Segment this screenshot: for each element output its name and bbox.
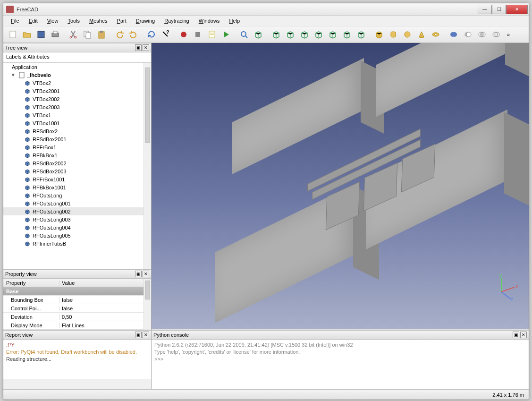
- axes-gizmo[interactable]: y x z: [492, 273, 520, 301]
- iso2-button[interactable]: [284, 28, 297, 41]
- record-button[interactable]: [177, 28, 190, 41]
- tree-item-RFBkBox1001[interactable]: RFBkBox1001: [3, 183, 151, 191]
- tree-item-RFSdBox2002[interactable]: RFSdBox2002: [3, 159, 151, 167]
- report-float-button[interactable]: ▣: [135, 332, 142, 338]
- tree-item-VTBox2003[interactable]: VTBox2003: [3, 103, 151, 111]
- more-button[interactable]: »: [504, 28, 517, 41]
- tree-item-RFSdBox2001[interactable]: RFSdBox2001: [3, 135, 151, 143]
- tree-item-RFOutsLong003[interactable]: RFOutsLong003: [3, 215, 151, 223]
- iso5-button[interactable]: [326, 28, 339, 41]
- tree-view-header[interactable]: Tree view ▣ ✕: [3, 43, 151, 52]
- cone-button[interactable]: [415, 28, 428, 41]
- print-button[interactable]: [49, 28, 62, 41]
- tree-item-RFBkBox1[interactable]: RFBkBox1: [3, 151, 151, 159]
- save-button[interactable]: [34, 28, 48, 41]
- tree-filter[interactable]: Labels & Attributes: [3, 52, 151, 63]
- iso3-button[interactable]: [298, 28, 311, 41]
- new-file-button[interactable]: [6, 28, 19, 41]
- tree-item-VTBox1001[interactable]: VTBox1001: [3, 119, 151, 127]
- tree-float-button[interactable]: ▣: [135, 44, 142, 51]
- property-row[interactable]: Control Poi...false: [3, 304, 151, 313]
- sphere-button[interactable]: [401, 28, 414, 41]
- play-button[interactable]: [220, 28, 233, 41]
- tree-view[interactable]: Application▾_lhcbveloVTBox2VTBox2001VTBo…: [3, 63, 151, 269]
- torus-button[interactable]: [429, 28, 442, 41]
- box-button[interactable]: [252, 28, 265, 41]
- menu-drawing[interactable]: Drawing: [132, 17, 159, 25]
- tree-root[interactable]: Application: [3, 63, 151, 71]
- prop-close-button[interactable]: ✕: [143, 271, 149, 277]
- report-view-header[interactable]: Report view ▣ ✕: [3, 330, 151, 340]
- python-console[interactable]: Python 2.6.2 (r262:71600, Jun 22 2009, 2…: [152, 340, 529, 379]
- csg-section-button[interactable]: [490, 28, 503, 41]
- iso1-button[interactable]: [270, 28, 283, 41]
- menu-windows[interactable]: Windows: [195, 17, 224, 25]
- tree-item-VTBox2002[interactable]: VTBox2002: [3, 95, 151, 103]
- notepad-button[interactable]: [205, 28, 219, 41]
- property-row[interactable]: Deviation0,50: [3, 313, 151, 321]
- tree-item-RFOutsLong005[interactable]: RFOutsLong005: [3, 231, 151, 239]
- scrollbar-thumb[interactable]: [145, 68, 150, 143]
- property-group-base[interactable]: Base: [3, 287, 151, 296]
- iso4-button[interactable]: [312, 28, 325, 41]
- property-row[interactable]: Display ModeFlat Lines: [3, 321, 151, 330]
- cylinder-button[interactable]: [387, 28, 400, 41]
- tree-item-RFSdBox2003[interactable]: RFSdBox2003: [3, 167, 151, 175]
- maximize-button[interactable]: ☐: [492, 5, 506, 14]
- refresh-button[interactable]: [145, 28, 158, 41]
- scrollbar-thumb[interactable]: [145, 281, 150, 299]
- tree-item-RFFrBox1[interactable]: RFFrBox1: [3, 143, 151, 151]
- titlebar[interactable]: FreeCAD — ☐ ✕: [3, 3, 529, 16]
- prop-scrollbar[interactable]: [144, 279, 151, 330]
- tree-scrollbar[interactable]: [144, 63, 151, 269]
- python-float-button[interactable]: ▣: [513, 332, 519, 338]
- paste-button[interactable]: [95, 28, 108, 41]
- undo-button[interactable]: [113, 28, 126, 41]
- python-close-button[interactable]: ✕: [520, 332, 527, 338]
- csg-union-button[interactable]: [447, 28, 460, 41]
- minimize-button[interactable]: —: [478, 5, 492, 14]
- tree-item-RFInnerTubsB[interactable]: RFInnerTubsB: [3, 239, 151, 247]
- cube-button[interactable]: [372, 28, 386, 41]
- close-button[interactable]: ✕: [506, 5, 528, 14]
- menu-meshes[interactable]: Meshes: [85, 17, 111, 25]
- menu-part[interactable]: Part: [113, 17, 130, 25]
- prop-float-button[interactable]: ▣: [135, 271, 142, 277]
- toolbar[interactable]: ?»: [3, 26, 529, 43]
- tree-item-RFFrBox1001[interactable]: RFFrBox1001: [3, 175, 151, 183]
- tree-document[interactable]: ▾_lhcbvelo: [3, 71, 151, 79]
- menu-help[interactable]: Help: [225, 17, 244, 25]
- redo-button[interactable]: [127, 28, 140, 41]
- report-console[interactable]: .PYError: PyQt4 not found, Draft workben…: [3, 340, 151, 379]
- tree-item-VTBox2[interactable]: VTBox2: [3, 79, 151, 87]
- property-grid[interactable]: Property Value Base Bounding BoxfalseCon…: [3, 279, 151, 330]
- csg-common-button[interactable]: [475, 28, 489, 41]
- menubar[interactable]: FileEditViewToolsMeshesPartDrawingRaytra…: [3, 16, 529, 26]
- tree-close-button[interactable]: ✕: [143, 44, 149, 51]
- python-console-header[interactable]: Python console ▣ ✕: [152, 330, 529, 340]
- cut-button[interactable]: [67, 28, 80, 41]
- menu-edit[interactable]: Edit: [25, 17, 42, 25]
- tree-item-RFSdBox2[interactable]: RFSdBox2: [3, 127, 151, 135]
- csg-cut-button[interactable]: [461, 28, 474, 41]
- 3d-viewport[interactable]: y x z: [152, 43, 529, 329]
- tree-item-VTBox2001[interactable]: VTBox2001: [3, 87, 151, 95]
- menu-file[interactable]: File: [7, 17, 23, 25]
- iso7-button[interactable]: [355, 28, 368, 41]
- stop-button[interactable]: [191, 28, 204, 41]
- zoom-button[interactable]: [237, 28, 251, 41]
- tree-item-RFOutsLong002[interactable]: RFOutsLong002: [3, 207, 151, 215]
- property-view-header[interactable]: Property view ▣ ✕: [3, 269, 151, 279]
- tree-item-RFOutsLong[interactable]: RFOutsLong: [3, 191, 151, 199]
- menu-raytracing[interactable]: Raytracing: [160, 17, 193, 25]
- whatsthis-button[interactable]: ?: [159, 28, 172, 41]
- tree-item-RFOutsLong004[interactable]: RFOutsLong004: [3, 223, 151, 231]
- menu-view[interactable]: View: [43, 17, 62, 25]
- copy-button[interactable]: [81, 28, 94, 41]
- report-close-button[interactable]: ✕: [143, 332, 149, 338]
- tree-item-VTBox1[interactable]: VTBox1: [3, 111, 151, 119]
- tree-item-RFOutsLong001[interactable]: RFOutsLong001: [3, 199, 151, 207]
- iso6-button[interactable]: [340, 28, 354, 41]
- open-button[interactable]: [20, 28, 34, 41]
- menu-tools[interactable]: Tools: [64, 17, 84, 25]
